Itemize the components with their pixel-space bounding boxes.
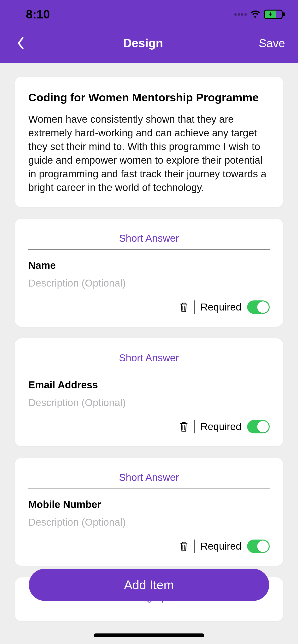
question-card[interactable]: Short Answer Mobile Number Description (… — [15, 458, 283, 566]
required-toggle[interactable] — [247, 420, 270, 434]
app-header: 8:10 ✦ Design Save — [0, 0, 298, 63]
required-label: Required — [201, 421, 241, 432]
question-title-input[interactable]: Name — [28, 260, 270, 271]
question-type-selector[interactable]: Short Answer — [28, 472, 270, 489]
add-item-wrap: Add Item — [0, 569, 298, 601]
trash-icon — [179, 541, 189, 552]
divider — [194, 300, 195, 314]
content-scroll[interactable]: Coding for Women Mentorship Programme Wo… — [0, 63, 298, 644]
delete-button[interactable] — [179, 421, 189, 432]
status-time: 8:10 — [26, 8, 50, 21]
trash-icon — [179, 302, 189, 313]
delete-button[interactable] — [179, 541, 189, 552]
question-card[interactable]: Short Answer Name Description (Optional)… — [15, 219, 283, 327]
battery-icon: ✦ — [264, 10, 283, 19]
form-description[interactable]: Women have consistently shown that they … — [28, 112, 270, 194]
required-toggle[interactable] — [247, 300, 270, 314]
required-label: Required — [201, 302, 241, 313]
question-footer: Required — [28, 300, 270, 314]
question-card[interactable]: Short Answer Email Address Description (… — [15, 338, 283, 446]
divider — [194, 420, 195, 434]
home-indicator[interactable] — [94, 634, 204, 637]
cellular-icon — [234, 14, 247, 16]
question-description-input[interactable]: Description (Optional) — [28, 278, 270, 289]
form-title[interactable]: Coding for Women Mentorship Programme — [28, 90, 270, 105]
question-footer: Required — [28, 420, 270, 434]
divider — [194, 540, 195, 553]
question-description-input[interactable]: Description (Optional) — [28, 397, 270, 408]
status-indicators: ✦ — [234, 10, 283, 19]
nav-bar: Design Save — [0, 29, 298, 63]
delete-button[interactable] — [179, 302, 189, 313]
save-button[interactable]: Save — [259, 37, 285, 50]
form-header-card[interactable]: Coding for Women Mentorship Programme Wo… — [15, 77, 283, 207]
page-title: Design — [123, 36, 163, 50]
add-item-button[interactable]: Add Item — [29, 569, 269, 601]
back-button[interactable] — [13, 36, 27, 50]
question-title-input[interactable]: Email Address — [28, 379, 270, 391]
required-toggle[interactable] — [247, 540, 270, 553]
question-footer: Required — [28, 540, 270, 553]
required-label: Required — [201, 540, 241, 552]
wifi-icon — [250, 10, 261, 19]
question-type-selector[interactable]: Short Answer — [28, 233, 270, 250]
trash-icon — [179, 421, 189, 432]
question-description-input[interactable]: Description (Optional) — [28, 516, 270, 528]
chevron-left-icon — [17, 37, 24, 49]
status-bar: 8:10 ✦ — [0, 0, 298, 29]
question-type-selector[interactable]: Short Answer — [28, 352, 270, 369]
question-title-input[interactable]: Mobile Number — [28, 499, 270, 510]
